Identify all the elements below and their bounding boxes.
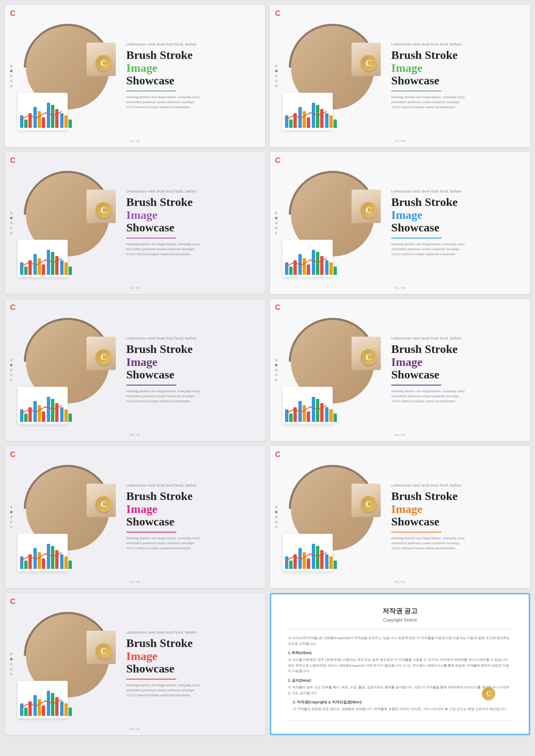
nav-dot bbox=[10, 232, 13, 234]
slide-title-line1: Brush Stroke bbox=[126, 343, 248, 356]
slide-title-line1: Brush Stroke bbox=[126, 196, 248, 209]
slide-title-line1: Brush Stroke bbox=[126, 490, 248, 503]
slide-logo: C bbox=[275, 156, 280, 165]
slide-pretitle: Letterpress next level trust fund, befor… bbox=[126, 483, 248, 487]
slide-pagination: 04 / 09 bbox=[395, 286, 405, 290]
nav-dot bbox=[10, 369, 13, 371]
nav-dot bbox=[10, 521, 13, 523]
slide-card-2: C C C Letterpress next level trust fund,… bbox=[270, 5, 530, 147]
nav-dot bbox=[10, 217, 13, 219]
slide-divider bbox=[126, 238, 176, 238]
nav-dot bbox=[275, 521, 278, 523]
slide-card-1: C C C Letterpress next level trust fund,… bbox=[5, 5, 265, 147]
nav-dot bbox=[275, 516, 278, 518]
slide-card-8: C C C Letterpress next level trust fund,… bbox=[270, 446, 530, 588]
slide-title-line2: Image bbox=[126, 62, 248, 75]
c-badge: C bbox=[361, 496, 377, 512]
nav-dot bbox=[10, 379, 13, 381]
slide-pagination: 02 / 09 bbox=[395, 139, 405, 143]
slide-nav bbox=[10, 65, 13, 87]
nav-dot bbox=[10, 85, 13, 87]
slide-body: Hashtag fashion axe fingerstache, everyd… bbox=[391, 536, 466, 551]
nav-dot bbox=[10, 70, 13, 72]
slide-body: Hashtag fashion axe fingerstache, everyd… bbox=[391, 389, 466, 404]
slide-title-line3: Showcase bbox=[126, 368, 248, 381]
slide-title-line2: Image bbox=[126, 209, 248, 222]
slide-title-line3: Showcase bbox=[126, 662, 248, 675]
slide-logo: C bbox=[275, 9, 280, 18]
c-badge: C bbox=[96, 643, 112, 659]
slide-title-line3: Showcase bbox=[126, 221, 248, 234]
slide-title-line2: Image bbox=[391, 209, 513, 222]
nav-dot bbox=[10, 511, 13, 513]
slide-image-area: C C bbox=[283, 312, 383, 429]
copyright-section-title: 2. 금지(Deny): bbox=[288, 678, 512, 683]
slide-body: Hashtag fashion axe fingerstache, everyd… bbox=[391, 242, 466, 257]
slide-nav bbox=[275, 506, 278, 528]
slide-image-area: C C bbox=[18, 459, 118, 576]
slide-title-line1: Brush Stroke bbox=[391, 343, 513, 356]
nav-dot bbox=[275, 227, 278, 229]
slide-content: Letterpress next level trust fund, befor… bbox=[118, 42, 252, 110]
slide-body: Hashtag fashion axe fingerstache, everyd… bbox=[126, 95, 201, 110]
slide-divider bbox=[126, 91, 176, 91]
c-badge: C bbox=[96, 349, 112, 365]
slide-title-line2: Image bbox=[391, 356, 513, 369]
slide-nav bbox=[275, 65, 278, 87]
slide-pretitle: Letterpress next level trust fund, befor… bbox=[391, 336, 513, 340]
slide-title-line1: Brush Stroke bbox=[126, 637, 248, 650]
nav-dot bbox=[10, 673, 13, 675]
slide-body: Hashtag fashion axe fingerstache, everyd… bbox=[126, 683, 201, 698]
nav-dot bbox=[10, 222, 13, 224]
slide-pagination: 06 / 09 bbox=[395, 433, 405, 437]
slide-logo: C bbox=[10, 450, 15, 459]
c-badge: C bbox=[96, 55, 112, 71]
nav-dot bbox=[275, 85, 278, 87]
slide-pretitle: Letterpress next level trust fund, befor… bbox=[391, 483, 513, 487]
slide-grid: C C C Letterpress next level trust fund,… bbox=[0, 0, 535, 740]
slide-title-line3: Showcase bbox=[126, 74, 248, 87]
slide-logo: C bbox=[10, 597, 15, 606]
c-badge: C bbox=[361, 349, 377, 365]
nav-dot bbox=[275, 222, 278, 224]
slide-content: Letterpress next level trust fund, befor… bbox=[118, 483, 252, 551]
copyright-footer-divider bbox=[288, 720, 512, 721]
nav-dot bbox=[10, 65, 13, 67]
slide-content: Letterpress next level trust fund, befor… bbox=[118, 336, 252, 404]
slide-divider bbox=[126, 532, 176, 533]
copyright-c-badge: C bbox=[482, 687, 495, 700]
slide-pretitle: Letterpress next level trust fund, befor… bbox=[391, 189, 513, 193]
slide-pretitle: Letterpress next level trust fund, befor… bbox=[126, 189, 248, 193]
slide-nav bbox=[10, 359, 13, 381]
nav-dot bbox=[275, 65, 278, 67]
slide-content: Letterpress next level trust fund, befor… bbox=[383, 483, 517, 551]
nav-dot bbox=[10, 227, 13, 229]
nav-dot bbox=[10, 506, 13, 508]
copyright-subtitle: Copyright Notice bbox=[383, 617, 417, 622]
nav-dot bbox=[10, 374, 13, 376]
slide-nav bbox=[10, 653, 13, 675]
copyright-section-text: 이 저작물과 관련된 모든 권리는 크레용에 귀속됩니다. 저작물에 포함된 이… bbox=[293, 706, 507, 712]
c-badge: C bbox=[361, 202, 377, 218]
slide-body: Hashtag fashion axe fingerstache, everyd… bbox=[126, 389, 201, 404]
slide-divider bbox=[391, 238, 441, 238]
slide-content: Letterpress next level trust fund, befor… bbox=[118, 630, 252, 698]
copyright-section-2: 2. 금지(Deny): 이 저작물의 일부 또는 전부를 복사, 배포, 수정… bbox=[288, 678, 512, 696]
nav-dot bbox=[10, 658, 13, 660]
nav-dot bbox=[10, 516, 13, 518]
nav-dot bbox=[10, 526, 13, 528]
copyright-section-text: 이 서식(이하'저작물')은 크레용(Crayon)에서 저작권을 보유하고 있… bbox=[288, 635, 512, 647]
nav-dot bbox=[275, 212, 278, 214]
c-badge: C bbox=[96, 202, 112, 218]
slide-pagination: 03 / 09 bbox=[130, 286, 140, 290]
slide-divider bbox=[126, 385, 176, 386]
slide-content: Letterpress next level trust fund, befor… bbox=[383, 42, 517, 110]
slide-pretitle: Letterpress next level trust fund, befor… bbox=[126, 336, 248, 340]
slide-divider bbox=[391, 532, 441, 533]
slide-title-line1: Brush Stroke bbox=[391, 196, 513, 209]
slide-title-line3: Showcase bbox=[391, 515, 513, 528]
copyright-section-0: 이 서식(이하'저작물')은 크레용(Crayon)에서 저작권을 보유하고 있… bbox=[288, 635, 512, 647]
copyright-title: 저작권 공고 bbox=[382, 607, 418, 616]
slide-nav bbox=[10, 506, 13, 528]
slide-pagination: 08 / 09 bbox=[395, 580, 405, 584]
